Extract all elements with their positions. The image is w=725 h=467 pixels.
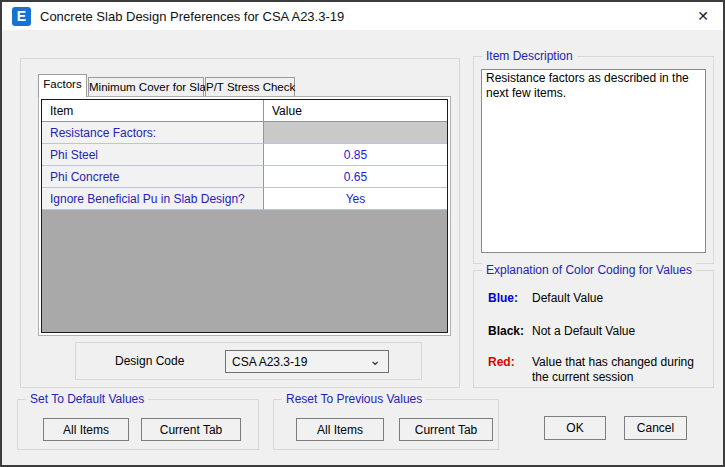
- color-coding-label: Black:: [488, 324, 532, 339]
- tab-factors[interactable]: Factors: [38, 74, 87, 97]
- cancel-button[interactable]: Cancel: [624, 416, 687, 440]
- reset-previous-group: Reset To Previous Values All Items Curre…: [273, 399, 499, 450]
- preferences-grid: Item Value Resistance Factors: Phi Steel…: [41, 99, 448, 333]
- grid-empty-area: [42, 210, 447, 332]
- ok-button[interactable]: OK: [544, 416, 606, 440]
- design-code-selected-value: CSA A23.3-19: [232, 355, 307, 369]
- color-coding-title: Explanation of Color Coding for Values: [482, 263, 696, 277]
- row-item-label: Resistance Factors:: [42, 122, 264, 144]
- grid-header-row: Item Value: [42, 100, 447, 122]
- table-row[interactable]: Ignore Beneficial Pu in Slab Design? Yes: [42, 188, 447, 210]
- reset-previous-current-tab-button[interactable]: Current Tab: [399, 418, 493, 441]
- grid-header-item: Item: [42, 100, 264, 122]
- item-description-title: Item Description: [482, 49, 577, 63]
- color-coding-label: Blue:: [488, 291, 532, 306]
- color-coding-group: Explanation of Color Coding for Values B…: [473, 270, 714, 388]
- color-coding-entry-black: Black: Not a Default Value: [488, 324, 702, 339]
- reset-previous-all-items-button[interactable]: All Items: [296, 418, 384, 441]
- chevron-down-icon: ⌄: [369, 352, 381, 368]
- table-row[interactable]: Resistance Factors:: [42, 122, 447, 144]
- tab-pt-stress-check[interactable]: P/T Stress Check: [205, 77, 295, 97]
- color-coding-label: Red:: [488, 355, 532, 385]
- title-bar[interactable]: E Concrete Slab Design Preferences for C…: [2, 2, 723, 30]
- color-coding-text: Default Value: [532, 291, 702, 306]
- row-value: [264, 122, 447, 144]
- row-value[interactable]: Yes: [264, 188, 447, 210]
- set-defaults-all-items-button[interactable]: All Items: [43, 418, 129, 441]
- tab-minimum-cover-for-slabs[interactable]: Minimum Cover for Slabs: [88, 77, 204, 97]
- row-item-label: Phi Steel: [42, 144, 264, 166]
- row-value[interactable]: 0.85: [264, 144, 447, 166]
- row-item-label: Ignore Beneficial Pu in Slab Design?: [42, 188, 264, 210]
- item-description-textbox: Resistance factors as described in the n…: [481, 69, 706, 253]
- item-description-group: Item Description Resistance factors as d…: [473, 56, 714, 264]
- close-icon[interactable]: ✕: [694, 7, 712, 25]
- reset-previous-title: Reset To Previous Values: [282, 392, 426, 406]
- color-coding-entry-red: Red: Value that has changed during the c…: [488, 355, 702, 385]
- set-defaults-current-tab-button[interactable]: Current Tab: [141, 418, 241, 441]
- design-code-label: Design Code: [115, 354, 184, 368]
- row-value[interactable]: 0.65: [264, 166, 447, 188]
- concrete-slab-design-preferences-dialog: E Concrete Slab Design Preferences for C…: [0, 0, 725, 467]
- color-coding-entry-blue: Blue: Default Value: [488, 291, 702, 306]
- set-defaults-title: Set To Default Values: [26, 392, 148, 406]
- grid-header-value: Value: [264, 100, 447, 122]
- table-row[interactable]: Phi Steel 0.85: [42, 144, 447, 166]
- color-coding-text: Not a Default Value: [532, 324, 702, 339]
- table-row[interactable]: Phi Concrete 0.65: [42, 166, 447, 188]
- etabs-app-icon: E: [12, 7, 31, 26]
- set-defaults-group: Set To Default Values All Items Current …: [17, 399, 259, 450]
- design-code-dropdown[interactable]: CSA A23.3-19 ⌄: [225, 350, 389, 373]
- dialog-title: Concrete Slab Design Preferences for CSA…: [40, 9, 344, 24]
- row-item-label: Phi Concrete: [42, 166, 264, 188]
- design-code-panel: Design Code CSA A23.3-19 ⌄: [75, 342, 422, 380]
- color-coding-text: Value that has changed during the curren…: [532, 355, 702, 385]
- factors-tab-panel: Item Value Resistance Factors: Phi Steel…: [38, 96, 451, 336]
